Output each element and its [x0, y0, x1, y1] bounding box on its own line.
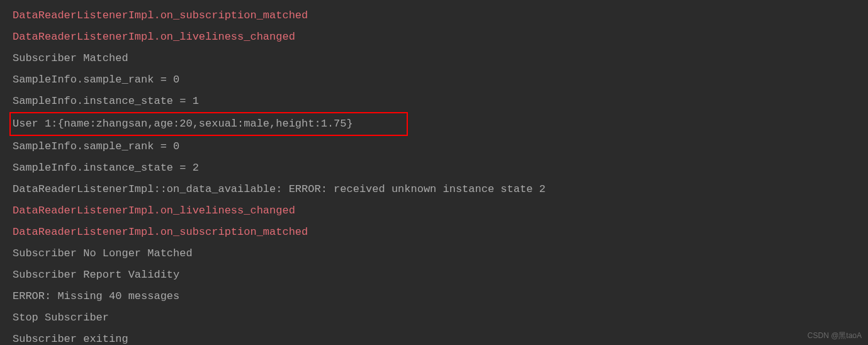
console-line: DataReaderListenerImpl.on_subscription_m… — [13, 222, 868, 243]
console-line: SampleInfo.instance_state = 1 — [13, 91, 868, 112]
highlighted-box: User 1:{name:zhangsan,age:20,sexual:male… — [9, 112, 408, 136]
console-line: DataReaderListenerImpl.on_liveliness_cha… — [13, 200, 868, 222]
console-line: User 1:{name:zhangsan,age:20,sexual:male… — [13, 112, 868, 136]
console-line: DataReaderListenerImpl.on_subscription_m… — [13, 5, 868, 26]
console-line: DataReaderListenerImpl.on_liveliness_cha… — [13, 26, 868, 48]
console-line: SampleInfo.sample_rank = 0 — [13, 69, 868, 91]
console-output: DataReaderListenerImpl.on_subscription_m… — [13, 5, 868, 345]
console-line: Subscriber Report Validity — [13, 264, 868, 286]
watermark-text: CSDN @黑taoA — [808, 331, 862, 341]
console-line: Subscriber Matched — [13, 48, 868, 69]
console-line: ERROR: Missing 40 messages — [13, 286, 868, 307]
console-line: SampleInfo.sample_rank = 0 — [13, 136, 868, 157]
console-line: DataReaderListenerImpl::on_data_availabl… — [13, 179, 868, 200]
console-line: Subscriber exiting — [13, 329, 868, 345]
console-line: SampleInfo.instance_state = 2 — [13, 157, 868, 179]
console-line: Subscriber No Longer Matched — [13, 243, 868, 264]
console-line: Stop Subscriber — [13, 307, 868, 329]
